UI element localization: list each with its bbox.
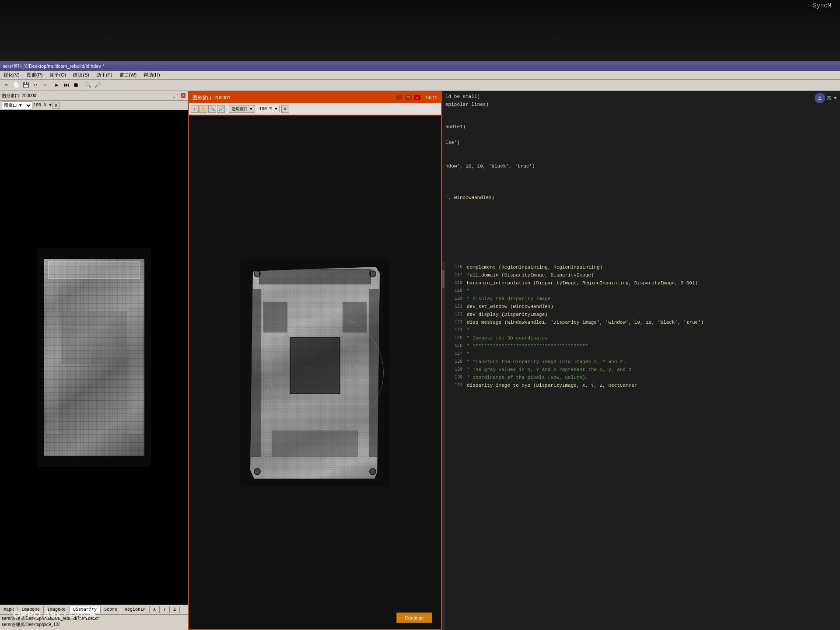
right-panel-top: ld be small) epipolar lines) andle1) lse… [442,91,840,262]
status-tab-score[interactable]: Score [101,606,121,613]
scrollbar-thumb[interactable] [442,270,444,288]
sep3 [279,105,280,112]
main-image-display: ↗ Continue [189,116,441,629]
menu-item-help[interactable]: 帮助(H) [140,71,163,79]
toolbar-zoom-in[interactable]: 🔍 [83,80,93,90]
main-win-close[interactable]: × [414,95,420,100]
app-window: sers/管理员/Desktop/multicam_rebuild/bi.hde… [0,61,840,630]
main-win-restore[interactable]: □ [405,95,412,100]
status-tab-z[interactable]: Z [170,606,180,613]
toolbar-zoom-out[interactable]: 🔎 [93,80,102,90]
line-content-126: * **************************************… [467,342,588,350]
code-line-partial-9: ', WindowHandle2) [442,195,840,203]
code-line-118: 118 harmonic_interpolation (DisparityIma… [445,279,840,287]
line-num-128: 128 [447,358,462,366]
left-window-container: 图形窗口: 200000 _ □ × 图窗口 ▼ 100 % ▼ ⚙ [0,91,188,630]
left-window-toolbar: 图窗口 ▼ 100 % ▼ ⚙ [0,101,188,110]
left-window-graph-label: 图形窗口: 200000 _ □ × [0,91,188,101]
syncm-label: SyncM [813,2,831,9]
line-num-130: 130 [447,374,462,382]
code-line-128: 128 * Transform the disparity image into… [445,358,840,366]
main-settings[interactable]: ⚙ [281,105,289,113]
menu-item-graph[interactable]: 图窗(P) [23,71,46,79]
right-panel-bottom: 116 complement (RegionInpainting, Region… [442,262,840,630]
code-line-partial-8 [442,179,840,187]
code-line-partial-5: lse') [442,140,840,148]
code-text-partial-4: andle1) [445,124,466,132]
code-text-partial-1: ld be small) [445,93,480,101]
graph-window-label: 图形窗口: 200000 [2,93,172,99]
line-num-121: 121 [447,303,462,311]
menu-item-suggest[interactable]: 建议(S) [70,71,93,79]
pcb-board [44,259,144,456]
code-line-119: 119 * [445,287,840,295]
code-line-122: 122 dev_display (DisparityImage) [445,311,840,318]
code-line-125: 125 * Compute the 3D coordinates [445,334,840,342]
toolbar-btn-5[interactable]: ↪ [40,80,50,90]
toolbar-sep-2 [82,81,82,89]
code-text-partial-5: lse') [445,140,460,148]
main-toolbar-zoom[interactable]: 🔍 [208,105,216,113]
scrollbar-track[interactable] [442,262,444,630]
top-code-section: ld be small) epipolar lines) andle1) lse… [442,91,840,205]
menu-item-assistant[interactable]: 助手(P) [93,71,116,79]
menu-item-operator[interactable]: 算子(O) [46,71,70,79]
code-line-131: 131 disparity_image_to_xyz (DisparityIma… [445,382,840,389]
left-win-close[interactable]: × [181,93,186,98]
main-window-toolbar: ↖ ✋ 🔍 🔎 适应画口 ▼ 100 % ▼ ⚙ [189,103,441,116]
main-fit-btn[interactable]: 适应画口 ▼ [229,105,255,113]
line-content-118: harmonic_interpolation (DisparityImage, … [467,279,698,287]
line-num-120: 120 [447,295,462,303]
code-line-121: 121 dev_set_window (WindowHandle1) [445,303,840,311]
main-toolbar-zoom2[interactable]: 🔎 [217,105,225,113]
status-tab-x[interactable]: X [150,606,160,613]
line-content-120: * Display the disparity image [467,295,550,303]
line-num-117: 117 [447,271,462,279]
settings-icon[interactable]: ⚙ [52,102,60,109]
toolbar-stop[interactable]: ⏹ [71,80,81,90]
line-content-116: complement (RegionInpainting, RegionInpa… [467,263,602,271]
view-dropdown[interactable]: 图窗口 ▼ [2,102,32,109]
status-tab-regionin[interactable]: RegionIn [121,606,150,613]
code-line-partial-3 [442,116,840,124]
left-win-restore[interactable]: □ [177,93,179,98]
main-window-titlebar: 图形窗口: 200001 _ □ × 14212 [189,92,441,103]
watermark: OPPO A9x · ©小冯 [13,608,95,621]
line-content-123: disp_message (WindowHandle1, 'Disparity … [467,318,704,326]
code-line-124: 124 * [445,326,840,334]
toolbar-btn-1[interactable]: ✂ [2,80,11,90]
main-center-window: 图形窗口: 200001 _ □ × 14212 ↖ ✋ 🔍 🔎 适应画口 ▼ … [188,91,442,630]
line-content-122: dev_display (DisparityImage) [467,311,548,318]
main-toolbar-hand[interactable]: ✋ [200,105,207,113]
pcb-main-image: ↗ [241,259,389,486]
menu-item-view[interactable]: 视化(V) [0,71,23,79]
line-num-125: 125 [447,334,462,342]
pcb-image-left [37,248,151,467]
user-label: 英 ▼ [827,95,836,101]
menu-item-window[interactable]: 窗口(W) [116,71,140,79]
code-line-123: 123 disp_message (WindowHandle1, 'Dispar… [445,318,840,326]
line-content-117: full_domain (DisparityImage, DisparityIm… [467,271,594,279]
code-line-117: 117 full_domain (DisparityImage, Dispari… [445,271,840,279]
toolbar-btn-2[interactable]: 📄 [11,80,21,90]
continue-button[interactable]: Continue [396,612,432,623]
toolbar-btn-3[interactable]: 💾 [21,80,31,90]
app-menu-bar: 视化(V) 图窗(P) 算子(O) 建议(S) 助手(P) 窗口(W) 帮助(H… [0,71,840,80]
main-win-extra: 14212 [425,95,438,100]
code-line-empty-3 [442,148,840,156]
main-toolbar-select[interactable]: ↖ [191,105,199,113]
code-line-126: 126 * **********************************… [445,342,840,350]
line-num-126: 126 [447,342,462,350]
line-content-129: * The gray values in X, Y and Z represen… [467,366,631,374]
toolbar-step[interactable]: ⏭ [62,80,71,90]
line-num-122: 122 [447,311,462,318]
status-tab-y[interactable]: Y [160,606,170,613]
toolbar-btn-4[interactable]: ↩ [31,80,40,90]
line-num-119: 119 [447,287,462,295]
app-titlebar: sers/管理员/Desktop/multicam_rebuild/bi.hde… [0,61,840,71]
left-win-minimize[interactable]: _ [173,93,175,98]
toolbar-run[interactable]: ▶ [52,80,62,90]
main-code-section: 116 complement (RegionInpainting, Region… [442,262,840,391]
main-win-minimize[interactable]: _ [396,95,402,100]
line-num-131: 131 [447,382,462,389]
